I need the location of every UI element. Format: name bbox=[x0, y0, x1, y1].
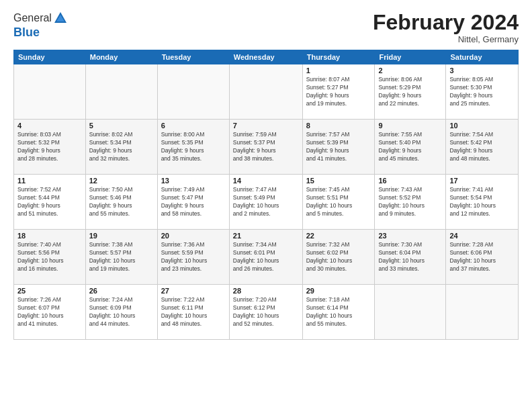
calendar-cell bbox=[14, 64, 86, 120]
day-number: 15 bbox=[306, 177, 371, 185]
calendar-cell: 7Sunrise: 7:59 AM Sunset: 5:37 PM Daylig… bbox=[229, 120, 302, 175]
calendar-cell: 1Sunrise: 8:07 AM Sunset: 5:27 PM Daylig… bbox=[302, 64, 375, 120]
calendar-cell: 20Sunrise: 7:36 AM Sunset: 5:59 PM Dayli… bbox=[157, 230, 229, 285]
day-info: Sunrise: 7:57 AM Sunset: 5:39 PM Dayligh… bbox=[306, 131, 371, 163]
calendar-cell: 24Sunrise: 7:28 AM Sunset: 6:06 PM Dayli… bbox=[446, 230, 519, 285]
calendar-cell: 21Sunrise: 7:34 AM Sunset: 6:01 PM Dayli… bbox=[229, 230, 302, 285]
calendar-cell bbox=[375, 285, 446, 340]
calendar-cell: 15Sunrise: 7:45 AM Sunset: 5:51 PM Dayli… bbox=[302, 175, 375, 230]
day-info: Sunrise: 7:50 AM Sunset: 5:46 PM Dayligh… bbox=[89, 186, 154, 218]
calendar-header-row: SundayMondayTuesdayWednesdayThursdayFrid… bbox=[14, 50, 519, 64]
day-info: Sunrise: 7:43 AM Sunset: 5:52 PM Dayligh… bbox=[378, 186, 442, 218]
calendar-cell: 10Sunrise: 7:54 AM Sunset: 5:42 PM Dayli… bbox=[446, 120, 519, 175]
day-info: Sunrise: 8:02 AM Sunset: 5:34 PM Dayligh… bbox=[89, 131, 154, 163]
day-number: 24 bbox=[449, 232, 515, 240]
day-info: Sunrise: 8:00 AM Sunset: 5:35 PM Dayligh… bbox=[161, 131, 226, 163]
month-title: February 2024 bbox=[373, 11, 519, 34]
calendar-cell bbox=[85, 64, 157, 120]
day-info: Sunrise: 7:45 AM Sunset: 5:51 PM Dayligh… bbox=[306, 186, 371, 218]
day-number: 23 bbox=[378, 232, 442, 240]
day-number: 8 bbox=[306, 122, 371, 130]
day-number: 13 bbox=[161, 177, 226, 185]
calendar-cell: 12Sunrise: 7:50 AM Sunset: 5:46 PM Dayli… bbox=[85, 175, 157, 230]
day-info: Sunrise: 7:30 AM Sunset: 6:04 PM Dayligh… bbox=[378, 241, 442, 273]
calendar-cell: 13Sunrise: 7:49 AM Sunset: 5:47 PM Dayli… bbox=[157, 175, 229, 230]
day-info: Sunrise: 7:49 AM Sunset: 5:47 PM Dayligh… bbox=[161, 186, 226, 218]
header: General Blue February 2024 Nittel, Germa… bbox=[13, 11, 519, 44]
day-number: 19 bbox=[89, 232, 154, 240]
calendar-cell: 17Sunrise: 7:41 AM Sunset: 5:54 PM Dayli… bbox=[446, 175, 519, 230]
calendar-cell: 2Sunrise: 8:06 AM Sunset: 5:29 PM Daylig… bbox=[375, 64, 446, 120]
calendar-cell: 27Sunrise: 7:22 AM Sunset: 6:11 PM Dayli… bbox=[157, 285, 229, 340]
day-number: 10 bbox=[449, 122, 515, 130]
logo: General Blue bbox=[13, 11, 68, 40]
day-info: Sunrise: 7:24 AM Sunset: 6:09 PM Dayligh… bbox=[89, 296, 154, 328]
day-number: 18 bbox=[17, 232, 82, 240]
calendar-week-row: 1Sunrise: 8:07 AM Sunset: 5:27 PM Daylig… bbox=[14, 64, 519, 120]
calendar-table: SundayMondayTuesdayWednesdayThursdayFrid… bbox=[13, 50, 519, 340]
calendar-header-sunday: Sunday bbox=[14, 50, 86, 64]
day-number: 20 bbox=[161, 232, 226, 240]
day-info: Sunrise: 7:54 AM Sunset: 5:42 PM Dayligh… bbox=[449, 131, 515, 163]
day-number: 29 bbox=[306, 287, 371, 295]
calendar-cell: 14Sunrise: 7:47 AM Sunset: 5:49 PM Dayli… bbox=[229, 175, 302, 230]
page: General Blue February 2024 Nittel, Germa… bbox=[0, 0, 532, 411]
calendar-cell: 16Sunrise: 7:43 AM Sunset: 5:52 PM Dayli… bbox=[375, 175, 446, 230]
location: Nittel, Germany bbox=[373, 34, 519, 44]
day-info: Sunrise: 7:34 AM Sunset: 6:01 PM Dayligh… bbox=[233, 241, 299, 273]
title-block: February 2024 Nittel, Germany bbox=[373, 11, 519, 44]
day-info: Sunrise: 7:28 AM Sunset: 6:06 PM Dayligh… bbox=[449, 241, 515, 273]
calendar-header-tuesday: Tuesday bbox=[157, 50, 229, 64]
calendar-cell: 22Sunrise: 7:32 AM Sunset: 6:02 PM Dayli… bbox=[302, 230, 375, 285]
day-number: 14 bbox=[233, 177, 299, 185]
calendar-header-monday: Monday bbox=[85, 50, 157, 64]
calendar-header-saturday: Saturday bbox=[446, 50, 519, 64]
calendar-cell: 29Sunrise: 7:18 AM Sunset: 6:14 PM Dayli… bbox=[302, 285, 375, 340]
calendar-header-thursday: Thursday bbox=[302, 50, 375, 64]
calendar-cell: 25Sunrise: 7:26 AM Sunset: 6:07 PM Dayli… bbox=[14, 285, 86, 340]
day-number: 9 bbox=[378, 122, 442, 130]
day-info: Sunrise: 8:03 AM Sunset: 5:32 PM Dayligh… bbox=[17, 131, 82, 163]
calendar-week-row: 25Sunrise: 7:26 AM Sunset: 6:07 PM Dayli… bbox=[14, 285, 519, 340]
day-info: Sunrise: 7:55 AM Sunset: 5:40 PM Dayligh… bbox=[378, 131, 442, 163]
day-number: 25 bbox=[17, 287, 82, 295]
calendar-cell: 6Sunrise: 8:00 AM Sunset: 5:35 PM Daylig… bbox=[157, 120, 229, 175]
day-number: 27 bbox=[161, 287, 226, 295]
day-info: Sunrise: 7:22 AM Sunset: 6:11 PM Dayligh… bbox=[161, 296, 226, 328]
calendar-cell bbox=[157, 64, 229, 120]
calendar-cell bbox=[446, 285, 519, 340]
day-info: Sunrise: 7:47 AM Sunset: 5:49 PM Dayligh… bbox=[233, 186, 299, 218]
calendar-cell: 9Sunrise: 7:55 AM Sunset: 5:40 PM Daylig… bbox=[375, 120, 446, 175]
calendar-cell: 19Sunrise: 7:38 AM Sunset: 5:57 PM Dayli… bbox=[85, 230, 157, 285]
day-info: Sunrise: 7:38 AM Sunset: 5:57 PM Dayligh… bbox=[89, 241, 154, 273]
day-number: 17 bbox=[449, 177, 515, 185]
day-info: Sunrise: 7:18 AM Sunset: 6:14 PM Dayligh… bbox=[306, 296, 371, 328]
calendar-cell bbox=[229, 64, 302, 120]
day-info: Sunrise: 7:32 AM Sunset: 6:02 PM Dayligh… bbox=[306, 241, 371, 273]
calendar-cell: 23Sunrise: 7:30 AM Sunset: 6:04 PM Dayli… bbox=[375, 230, 446, 285]
calendar-cell: 5Sunrise: 8:02 AM Sunset: 5:34 PM Daylig… bbox=[85, 120, 157, 175]
day-info: Sunrise: 7:52 AM Sunset: 5:44 PM Dayligh… bbox=[17, 186, 82, 218]
day-number: 3 bbox=[449, 66, 515, 75]
day-number: 16 bbox=[378, 177, 442, 185]
day-info: Sunrise: 7:59 AM Sunset: 5:37 PM Dayligh… bbox=[233, 131, 299, 163]
day-number: 4 bbox=[17, 122, 82, 130]
calendar-cell: 8Sunrise: 7:57 AM Sunset: 5:39 PM Daylig… bbox=[302, 120, 375, 175]
day-number: 1 bbox=[306, 66, 371, 75]
day-number: 21 bbox=[233, 232, 299, 240]
calendar-week-row: 4Sunrise: 8:03 AM Sunset: 5:32 PM Daylig… bbox=[14, 120, 519, 175]
day-info: Sunrise: 8:07 AM Sunset: 5:27 PM Dayligh… bbox=[306, 76, 371, 108]
calendar-cell: 18Sunrise: 7:40 AM Sunset: 5:56 PM Dayli… bbox=[14, 230, 86, 285]
day-number: 5 bbox=[89, 122, 154, 130]
day-info: Sunrise: 7:36 AM Sunset: 5:59 PM Dayligh… bbox=[161, 241, 226, 273]
day-info: Sunrise: 8:05 AM Sunset: 5:30 PM Dayligh… bbox=[449, 76, 515, 108]
calendar-cell: 26Sunrise: 7:24 AM Sunset: 6:09 PM Dayli… bbox=[85, 285, 157, 340]
calendar-header-wednesday: Wednesday bbox=[229, 50, 302, 64]
calendar-week-row: 11Sunrise: 7:52 AM Sunset: 5:44 PM Dayli… bbox=[14, 175, 519, 230]
day-number: 2 bbox=[378, 66, 442, 75]
day-info: Sunrise: 7:20 AM Sunset: 6:12 PM Dayligh… bbox=[233, 296, 299, 328]
day-number: 7 bbox=[233, 122, 299, 130]
calendar-cell: 3Sunrise: 8:05 AM Sunset: 5:30 PM Daylig… bbox=[446, 64, 519, 120]
day-info: Sunrise: 8:06 AM Sunset: 5:29 PM Dayligh… bbox=[378, 76, 442, 108]
calendar-cell: 4Sunrise: 8:03 AM Sunset: 5:32 PM Daylig… bbox=[14, 120, 86, 175]
